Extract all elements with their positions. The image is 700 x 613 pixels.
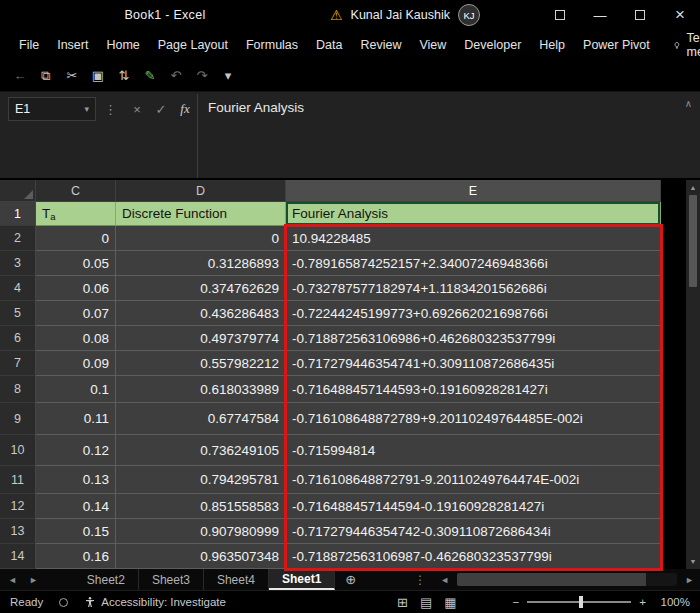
horizontal-scrollbar[interactable] xyxy=(457,573,677,586)
row-header[interactable]: 1 xyxy=(0,202,36,226)
row-header[interactable]: 14 xyxy=(0,544,36,569)
cell[interactable]: 0.09 xyxy=(36,351,116,376)
cell[interactable]: -0.717279446354742-0.309110872686434i xyxy=(286,519,661,544)
macro-record-icon[interactable] xyxy=(59,598,68,607)
row-header[interactable]: 4 xyxy=(0,276,36,301)
cell[interactable]: 0.557982212 xyxy=(116,351,286,376)
zoom-in-icon[interactable]: + xyxy=(639,596,646,608)
hscroll-right-icon[interactable]: ► xyxy=(679,569,700,590)
menu-formulas[interactable]: Formulas xyxy=(237,38,307,52)
row-header[interactable]: 8 xyxy=(0,376,36,403)
cell[interactable]: -0.716108648872791-9.20110249764474E-002… xyxy=(286,466,661,494)
row-header[interactable]: 10 xyxy=(0,435,36,466)
row-header[interactable]: 6 xyxy=(0,326,36,351)
paste-icon[interactable]: ▣ xyxy=(86,64,110,88)
cell[interactable]: -0.716488457144593+0.19160928281427i xyxy=(286,376,661,403)
menu-page-layout[interactable]: Page Layout xyxy=(149,38,237,52)
cell[interactable]: -0.716488457144594-0.19160928281427i xyxy=(286,494,661,519)
copy-icon[interactable]: ⧉ xyxy=(34,64,58,88)
ribbon-display-options-icon[interactable] xyxy=(540,0,580,30)
menu-insert[interactable]: Insert xyxy=(48,38,97,52)
cell[interactable]: 0.67747584 xyxy=(116,403,286,435)
row-header[interactable]: 12 xyxy=(0,494,36,519)
undo-icon[interactable]: ↶ xyxy=(164,64,188,88)
cancel-icon[interactable]: × xyxy=(125,102,149,117)
formula-input[interactable]: Fourier Analysis xyxy=(197,94,700,178)
avatar[interactable]: KJ xyxy=(458,4,480,26)
user-name[interactable]: Kunal Jai Kaushik xyxy=(351,8,450,22)
cell[interactable]: 0.05 xyxy=(36,251,116,276)
cell[interactable]: 10.94228485 xyxy=(286,226,661,251)
zoom-level[interactable]: 100% xyxy=(654,596,690,608)
row-header[interactable]: 5 xyxy=(0,301,36,326)
cell[interactable]: 0.374762629 xyxy=(116,276,286,301)
maximize-button[interactable] xyxy=(620,0,660,30)
cell[interactable]: -0.715994814 xyxy=(286,435,661,466)
cell[interactable]: -0.789165874252157+2.34007246948366i xyxy=(286,251,661,276)
menu-file[interactable]: File xyxy=(10,38,48,52)
cell[interactable]: 0.794295781 xyxy=(116,466,286,494)
zoom-out-icon[interactable]: − xyxy=(513,596,520,608)
cell[interactable]: -0.718872563106986+0.462680323537799i xyxy=(286,326,661,351)
cell[interactable]: 0.14 xyxy=(36,494,116,519)
column-header-c[interactable]: C xyxy=(36,180,116,202)
row-header[interactable]: 2 xyxy=(0,226,36,251)
column-header-d[interactable]: D xyxy=(116,180,286,202)
scroll-down-icon[interactable]: ▼ xyxy=(690,554,697,569)
menu-view[interactable]: View xyxy=(410,38,455,52)
close-button[interactable]: × xyxy=(660,0,700,30)
tab-sheet3[interactable]: Sheet3 xyxy=(139,569,204,590)
chevron-down-icon[interactable]: ▾ xyxy=(84,104,89,114)
menu-help[interactable]: Help xyxy=(530,38,574,52)
column-header-e[interactable]: E xyxy=(286,180,661,202)
kebab-icon[interactable]: ⋮ xyxy=(96,102,125,117)
cell[interactable]: 0.436286483 xyxy=(116,301,286,326)
horizontal-scrollbar-thumb[interactable] xyxy=(457,573,646,586)
cell[interactable]: 0.12 xyxy=(36,435,116,466)
cell[interactable]: 0 xyxy=(36,226,116,251)
cell[interactable]: -0.72244245199773+0.692662021698766i xyxy=(286,301,661,326)
page-layout-view-icon[interactable]: ▤ xyxy=(420,595,432,610)
tell-me[interactable]: Tell me xyxy=(673,31,700,59)
cell-d1[interactable]: Discrete Function xyxy=(116,202,286,226)
menu-review[interactable]: Review xyxy=(351,38,410,52)
format-painter-icon[interactable]: ✎ xyxy=(138,64,162,88)
row-header[interactable]: 11 xyxy=(0,466,36,494)
select-all-corner[interactable] xyxy=(0,180,36,202)
cell[interactable]: 0.08 xyxy=(36,326,116,351)
accessibility-status[interactable]: Accessibility: Investigate xyxy=(84,596,226,608)
menu-data[interactable]: Data xyxy=(307,38,351,52)
normal-view-icon[interactable]: ⊞ xyxy=(397,595,408,610)
cell[interactable]: 0.31286893 xyxy=(116,251,286,276)
menu-power-pivot[interactable]: Power Pivot xyxy=(574,38,659,52)
kebab-icon[interactable]: ⋮ xyxy=(406,569,434,590)
redo-icon[interactable]: ↷ xyxy=(190,64,214,88)
tab-sheet1[interactable]: Sheet1 xyxy=(269,569,335,590)
cell[interactable]: -0.718872563106987-0.462680323537799i xyxy=(286,544,661,569)
customize-qat-chevron-icon[interactable]: ▾ xyxy=(216,64,240,88)
cell[interactable]: 0.963507348 xyxy=(116,544,286,569)
cell[interactable]: 0.907980999 xyxy=(116,519,286,544)
insert-function-icon[interactable]: fx xyxy=(173,101,197,117)
cell-c1[interactable]: Ta xyxy=(36,202,116,226)
cell[interactable]: 0.16 xyxy=(36,544,116,569)
cell[interactable]: 0.497379774 xyxy=(116,326,286,351)
zoom-slider[interactable] xyxy=(527,601,631,603)
cell[interactable]: 0.851558583 xyxy=(116,494,286,519)
cell[interactable]: -0.717279446354741+0.309110872686435i xyxy=(286,351,661,376)
cell[interactable]: 0 xyxy=(116,226,286,251)
cell-e1-active[interactable]: Fourier Analysis xyxy=(286,202,661,226)
row-header[interactable]: 7 xyxy=(0,351,36,376)
menu-home[interactable]: Home xyxy=(97,38,148,52)
row-header[interactable]: 3 xyxy=(0,251,36,276)
row-header[interactable]: 9 xyxy=(0,403,36,435)
enter-check-icon[interactable]: ✓ xyxy=(149,102,173,117)
cell[interactable]: 0.06 xyxy=(36,276,116,301)
cell[interactable]: -0.716108648872789+9.20110249764485E-002… xyxy=(286,403,661,435)
minimize-button[interactable]: — xyxy=(580,0,620,30)
back-icon[interactable]: ← xyxy=(8,64,32,88)
cell[interactable]: 0.13 xyxy=(36,466,116,494)
sort-icon[interactable]: ⇅ xyxy=(112,64,136,88)
add-sheet-button[interactable]: ⊕ xyxy=(335,569,366,590)
cell[interactable]: 0.11 xyxy=(36,403,116,435)
